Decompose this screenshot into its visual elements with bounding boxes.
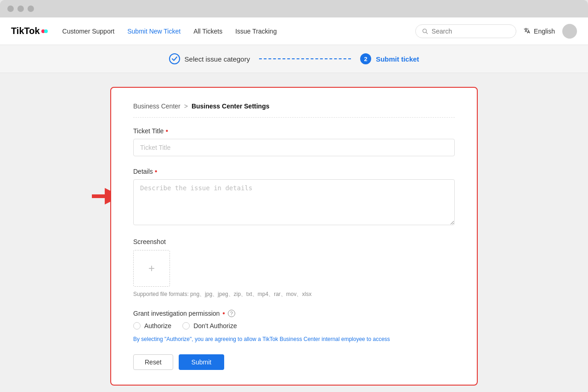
step2-number: 2 bbox=[360, 53, 371, 64]
logo-text: TikTok bbox=[11, 26, 40, 36]
radio-circle-dont-authorize bbox=[182, 322, 190, 330]
dont-authorize-label: Don't Authorize bbox=[193, 322, 237, 330]
reset-button[interactable]: Reset bbox=[133, 354, 173, 370]
nav-issue-tracking[interactable]: Issue Tracking bbox=[235, 28, 277, 35]
radio-circle-authorize bbox=[133, 322, 141, 330]
details-textarea[interactable] bbox=[133, 179, 455, 225]
required-dot-permission: • bbox=[222, 309, 225, 318]
screenshot-group: Screenshot + Supported file formats: png… bbox=[133, 238, 455, 298]
svg-line-1 bbox=[426, 32, 428, 34]
permission-label: Grant investigation permission • ? bbox=[133, 309, 455, 318]
traffic-light-minimize[interactable] bbox=[17, 6, 24, 12]
traffic-light-close[interactable] bbox=[7, 6, 14, 12]
language-selector[interactable]: English bbox=[524, 28, 555, 35]
nav-customer-support[interactable]: Customer Support bbox=[62, 28, 115, 35]
steps-bar: Select issue category 2 Submit ticket bbox=[0, 45, 588, 73]
outer-wrapper: Business Center > Business Center Settin… bbox=[9, 87, 579, 386]
search-icon bbox=[422, 28, 428, 34]
breadcrumb: Business Center > Business Center Settin… bbox=[133, 102, 455, 118]
submit-button[interactable]: Submit bbox=[179, 354, 225, 370]
ticket-title-label: Ticket Title • bbox=[133, 127, 455, 135]
details-label: Details • bbox=[133, 167, 455, 176]
required-dot-title: • bbox=[165, 127, 168, 135]
avatar[interactable] bbox=[562, 24, 577, 39]
step1-check-icon bbox=[169, 53, 180, 64]
nav-links: Customer Support Submit New Ticket All T… bbox=[62, 28, 401, 35]
logo: TikTok bbox=[11, 26, 48, 36]
breadcrumb-current: Business Center Settings bbox=[192, 102, 270, 110]
authorize-label: Authorize bbox=[144, 322, 171, 330]
permission-note: By selecting "Authorize", you are agreei… bbox=[133, 335, 455, 343]
step2-label: Submit ticket bbox=[376, 55, 419, 63]
info-icon[interactable]: ? bbox=[228, 310, 235, 317]
step1-label: Select issue category bbox=[185, 55, 250, 63]
nav-all-tickets[interactable]: All Tickets bbox=[193, 28, 222, 35]
step-1: Select issue category bbox=[169, 53, 250, 64]
step-divider bbox=[259, 58, 351, 59]
radio-dont-authorize[interactable]: Don't Authorize bbox=[182, 322, 237, 330]
logo-dot-teal bbox=[44, 29, 48, 33]
search-input[interactable] bbox=[432, 28, 510, 35]
upload-plus-icon: + bbox=[148, 262, 155, 275]
traffic-light-maximize[interactable] bbox=[28, 6, 34, 12]
form-card: Business Center > Business Center Settin… bbox=[110, 87, 478, 386]
details-group: Details • bbox=[133, 167, 455, 227]
permission-section: Grant investigation permission • ? Autho… bbox=[133, 309, 455, 343]
step-2: 2 Submit ticket bbox=[360, 53, 419, 64]
translate-icon bbox=[524, 28, 531, 35]
main-content: Business Center > Business Center Settin… bbox=[0, 73, 588, 392]
header-right: English bbox=[415, 24, 577, 39]
header: TikTok Customer Support Submit New Ticke… bbox=[0, 17, 588, 45]
radio-authorize[interactable]: Authorize bbox=[133, 322, 171, 330]
file-formats: Supported file formats: png、jpg、jpeg、zip… bbox=[133, 290, 455, 298]
form-actions: Reset Submit bbox=[133, 354, 455, 370]
breadcrumb-parent: Business Center bbox=[133, 102, 181, 110]
screenshot-label: Screenshot bbox=[133, 238, 455, 245]
ticket-title-group: Ticket Title • bbox=[133, 127, 455, 156]
language-label: English bbox=[534, 28, 555, 35]
breadcrumb-separator: > bbox=[184, 102, 188, 110]
nav-submit-new-ticket[interactable]: Submit New Ticket bbox=[127, 28, 181, 35]
required-dot-details: • bbox=[155, 167, 158, 176]
radio-group: Authorize Don't Authorize bbox=[133, 322, 455, 330]
search-box[interactable] bbox=[415, 24, 516, 38]
arrow-tail bbox=[92, 194, 105, 198]
upload-box[interactable]: + bbox=[133, 250, 170, 287]
window-chrome bbox=[0, 0, 588, 17]
ticket-title-input[interactable] bbox=[133, 139, 455, 156]
